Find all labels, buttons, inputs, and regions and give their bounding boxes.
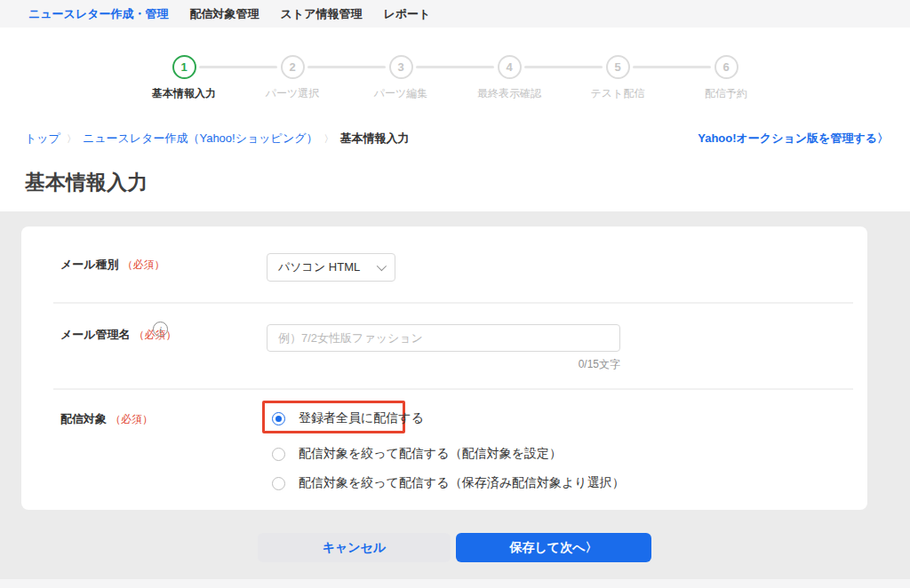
nav-item-target-manage[interactable]: 配信対象管理 — [190, 6, 259, 22]
auction-version-manage-link[interactable]: Yahoo!オークション版を管理する〉 — [698, 131, 889, 147]
step-5-label: テスト配信 — [591, 86, 645, 101]
breadcrumb-newsletter-create-link[interactable]: ニュースレター作成（Yahoo!ショッピング） — [83, 131, 318, 147]
step-2-label: パーツ選択 — [266, 86, 320, 101]
newsletter-basic-info-page: ニュースレター作成・管理 配信対象管理 ストア情報管理 レポート 1 基本情報入… — [0, 0, 910, 588]
step-2-circle: 2 — [281, 55, 305, 79]
mail-name-label-text: メール管理名 — [60, 328, 131, 341]
step-6-delivery-schedule: 6 配信予約 — [672, 55, 780, 101]
mail-type-selected-value: パソコン HTML — [278, 259, 360, 275]
breadcrumb-current: 基本情報入力 — [340, 131, 410, 147]
breadcrumb: トップ 〉 ニュースレター作成（Yahoo!ショッピング） 〉 基本情報入力 — [25, 131, 410, 147]
info-icon[interactable]: i — [153, 322, 168, 337]
delivery-target-label-text: 配信対象 — [60, 412, 107, 425]
radio-option-label: 登録者全員に配信する — [299, 410, 424, 426]
progress-stepper: 1 基本情報入力 2 パーツ選択 3 パーツ編集 4 最終表示確認 5 テスト配… — [0, 55, 910, 101]
step-4-label: 最終表示確認 — [477, 86, 541, 101]
chevron-right-icon: 〉 — [585, 540, 597, 554]
radio-option-label: 配信対象を絞って配信する（配信対象を設定） — [299, 446, 562, 462]
chevron-right-icon: 〉 — [324, 132, 334, 146]
char-counter: 0/15文字 — [267, 357, 620, 372]
step-1-label: 基本情報入力 — [152, 86, 216, 101]
required-badge: （必須） — [110, 413, 153, 425]
step-4-circle: 4 — [498, 55, 522, 79]
nav-item-newsletter-manage[interactable]: ニュースレター作成・管理 — [28, 6, 169, 22]
chevron-right-icon: 〉 — [877, 131, 889, 145]
nav-item-report[interactable]: レポート — [383, 6, 430, 22]
basic-info-form-card: メール種別（必須） パソコン HTML メール管理名（必須） i 0/15文字 … — [21, 226, 867, 510]
chevron-right-icon: 〉 — [67, 132, 76, 146]
step-1-circle: 1 — [172, 55, 196, 79]
radio-unselected-icon[interactable] — [272, 448, 285, 461]
chevron-down-icon — [377, 261, 387, 271]
radio-option-label: 配信対象を絞って配信する（保存済み配信対象より選択） — [299, 475, 625, 491]
step-1-basic-info: 1 基本情報入力 — [130, 55, 238, 101]
breadcrumb-row: トップ 〉 ニュースレター作成（Yahoo!ショッピング） 〉 基本情報入力 Y… — [25, 131, 889, 147]
radio-option-filtered-saved-target[interactable]: 配信対象を絞って配信する（保存済み配信対象より選択） — [272, 475, 625, 491]
step-6-label: 配信予約 — [705, 86, 747, 101]
bottom-strip — [0, 579, 910, 588]
step-2-parts-select: 2 パーツ選択 — [238, 55, 347, 101]
step-4-final-check: 4 最終表示確認 — [455, 55, 563, 101]
breadcrumb-top-link[interactable]: トップ — [25, 131, 60, 147]
delivery-target-label: 配信対象（必須） — [60, 411, 153, 427]
page-title: 基本情報入力 — [25, 169, 148, 196]
step-3-parts-edit: 3 パーツ編集 — [347, 55, 455, 101]
step-3-circle: 3 — [389, 55, 413, 79]
save-and-next-label: 保存して次へ — [510, 540, 586, 554]
step-3-label: パーツ編集 — [374, 86, 428, 101]
auction-version-manage-label: Yahoo!オークション版を管理する — [698, 131, 877, 145]
mail-name-input[interactable] — [267, 324, 620, 352]
mail-type-label-text: メール種別 — [60, 258, 119, 271]
step-5-circle: 5 — [606, 55, 630, 79]
mail-type-label: メール種別（必須） — [60, 257, 165, 273]
top-nav: ニュースレター作成・管理 配信対象管理 ストア情報管理 レポート — [0, 0, 910, 28]
divider — [53, 302, 853, 304]
mail-type-select[interactable]: パソコン HTML — [267, 253, 395, 282]
required-badge: （必須） — [123, 258, 165, 271]
divider — [53, 388, 853, 390]
step-5-test-delivery: 5 テスト配信 — [563, 55, 672, 101]
step-6-circle: 6 — [714, 55, 738, 79]
radio-option-all-subscribers[interactable]: 登録者全員に配信する — [272, 410, 424, 426]
nav-item-store-info-manage[interactable]: ストア情報管理 — [281, 6, 363, 22]
cancel-button[interactable]: キャンセル — [258, 533, 451, 562]
radio-unselected-icon[interactable] — [272, 477, 285, 490]
radio-option-filtered-set-target[interactable]: 配信対象を絞って配信する（配信対象を設定） — [272, 446, 562, 462]
radio-selected-icon[interactable] — [272, 412, 285, 425]
save-and-next-button[interactable]: 保存して次へ〉 — [456, 533, 651, 562]
